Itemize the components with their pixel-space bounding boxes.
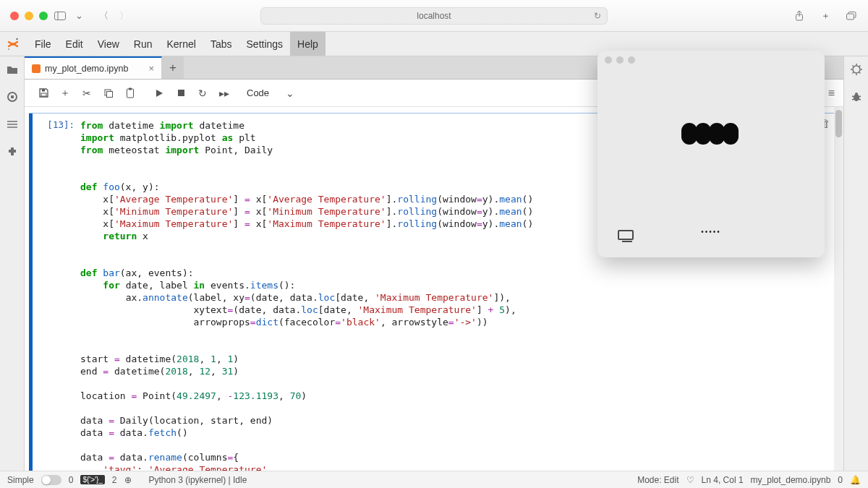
right-activity-bar <box>843 56 868 471</box>
debugger-icon[interactable] <box>849 90 864 104</box>
paste-button[interactable] <box>120 83 140 103</box>
property-inspector-icon[interactable] <box>849 62 864 77</box>
status-count-2[interactable]: 2 <box>112 475 117 485</box>
menu-edit[interactable]: Edit <box>59 32 90 56</box>
save-button[interactable] <box>33 83 54 103</box>
overlay-window[interactable]: ••••• <box>597 51 825 257</box>
svg-rect-0 <box>55 12 66 20</box>
notification-icon[interactable]: 🔔 <box>850 475 861 485</box>
new-launcher-button[interactable]: + <box>162 56 184 79</box>
new-tab-icon[interactable]: ＋ <box>819 9 832 22</box>
svg-point-19 <box>853 66 860 73</box>
status-right-count: 0 <box>838 475 843 485</box>
svg-point-25 <box>855 93 858 95</box>
svg-rect-18 <box>178 90 184 96</box>
editor-mode: Mode: Edit <box>637 475 678 485</box>
extensions-icon[interactable] <box>5 145 20 159</box>
scrollbar[interactable] <box>834 107 843 471</box>
window-zoom-button[interactable] <box>39 12 48 20</box>
reload-icon[interactable]: ↻ <box>594 11 601 21</box>
overlay-dots: ••••• <box>701 228 721 236</box>
svg-point-6 <box>8 48 9 49</box>
menu-tabs[interactable]: Tabs <box>203 32 239 56</box>
window-minimize-button[interactable] <box>25 12 33 20</box>
tab-label: my_plot_demo.ipynb <box>45 64 128 74</box>
run-button[interactable] <box>149 83 169 103</box>
copy-button[interactable] <box>98 83 119 103</box>
svg-rect-4 <box>847 14 854 20</box>
browser-titlebar: ⌄ 〈 〉 localhost ↻ ＋ <box>0 0 868 32</box>
svg-line-21 <box>852 96 854 97</box>
svg-line-22 <box>859 96 861 97</box>
status-file-name[interactable]: my_plot_demo.ipynb <box>751 475 831 485</box>
toc-icon[interactable] <box>5 117 20 132</box>
jupyter-logo[interactable] <box>3 34 23 54</box>
svg-rect-8 <box>11 95 14 98</box>
nav-forward-icon[interactable]: 〉 <box>117 9 130 22</box>
file-browser-icon[interactable] <box>5 62 20 77</box>
address-text: localhost <box>417 11 451 21</box>
restart-button[interactable]: ↻ <box>192 83 213 103</box>
menu-kernel[interactable]: Kernel <box>159 32 203 56</box>
toolbar-menu-icon[interactable]: ≡ <box>828 87 835 100</box>
overlay-graphic <box>684 123 739 145</box>
svg-rect-12 <box>41 93 46 96</box>
simple-mode-label: Simple <box>7 475 34 485</box>
overlay-display-icon <box>618 230 634 240</box>
interrupt-button[interactable] <box>171 83 191 103</box>
cell-type-select[interactable]: Code <box>242 84 299 103</box>
cursor-position: Ln 4, Col 1 <box>702 475 744 485</box>
insert-cell-button[interactable]: ＋ <box>55 83 75 103</box>
sidebar-toggle-icon[interactable] <box>54 9 67 22</box>
menu-run[interactable]: Run <box>127 32 160 56</box>
share-icon[interactable] <box>793 9 806 22</box>
status-bar: Simple 0 ${'>'}_ 2 ⊕ Python 3 (ipykernel… <box>0 471 868 488</box>
menu-settings[interactable]: Settings <box>239 32 291 56</box>
menu-help[interactable]: Help <box>290 32 326 56</box>
chevron-down-icon[interactable]: ⌄ <box>72 9 85 22</box>
tab-close-icon[interactable]: × <box>148 63 154 74</box>
svg-rect-15 <box>107 91 113 97</box>
tab-notebook[interactable]: my_plot_demo.ipynb × <box>25 56 162 79</box>
address-bar[interactable]: localhost ↻ <box>260 7 608 25</box>
trusted-shield-icon[interactable]: ♡ <box>686 475 694 485</box>
cut-button[interactable]: ✂ <box>77 83 97 103</box>
svg-line-24 <box>859 99 861 100</box>
status-lsp-icon[interactable]: ⊕ <box>124 475 132 485</box>
tab-overview-icon[interactable] <box>845 9 858 22</box>
menu-view[interactable]: View <box>90 32 127 56</box>
svg-rect-13 <box>42 90 45 92</box>
window-controls <box>10 12 48 20</box>
left-activity-bar <box>0 56 25 471</box>
menu-file[interactable]: File <box>27 32 59 56</box>
svg-point-5 <box>16 38 18 40</box>
cell-prompt: [13]: <box>33 114 80 471</box>
notebook-icon <box>32 64 41 73</box>
window-close-button[interactable] <box>10 12 19 20</box>
scrollbar-thumb[interactable] <box>835 110 842 137</box>
terminal-badge[interactable]: ${'>'}_ <box>80 475 104 484</box>
running-sessions-icon[interactable] <box>5 90 20 104</box>
svg-rect-16 <box>127 89 134 98</box>
overlay-window-controls[interactable] <box>605 56 635 64</box>
nav-back-icon[interactable]: 〈 <box>97 9 110 22</box>
status-count-0[interactable]: 0 <box>69 475 74 485</box>
kernel-status-text[interactable]: Python 3 (ipykernel) | Idle <box>149 475 247 485</box>
svg-rect-17 <box>129 88 132 90</box>
simple-mode-toggle[interactable] <box>41 475 61 485</box>
restart-run-all-button[interactable]: ▸▸ <box>214 83 234 103</box>
svg-line-23 <box>852 99 854 100</box>
